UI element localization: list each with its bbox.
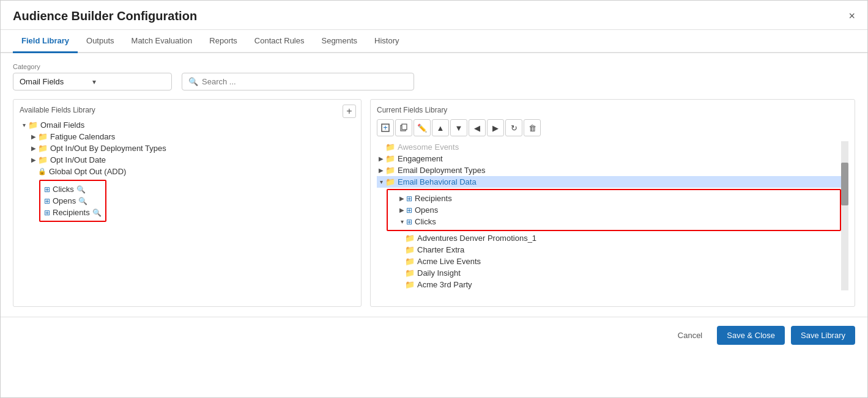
tab-history[interactable]: History bbox=[366, 30, 407, 53]
tree-label: Opt In/Out Date bbox=[50, 155, 106, 164]
category-label: Category bbox=[13, 63, 172, 70]
category-value: Omail Fields bbox=[20, 77, 92, 86]
tab-bar: Field Library Outputs Match Evaluation R… bbox=[1, 30, 867, 53]
tree-item-global-opt[interactable]: 🔒 Global Opt Out (ADD) bbox=[20, 166, 355, 177]
toolbar-right-button[interactable]: ▶ bbox=[487, 119, 504, 136]
right-panel: Current Fields Library + ✏️ ▲ ▼ ◀ ▶ ↻ 🗑 bbox=[370, 99, 855, 307]
scrollbar-track[interactable] bbox=[841, 141, 848, 290]
close-button[interactable]: × bbox=[848, 10, 855, 23]
tree-label: Acme Live Events bbox=[417, 257, 481, 266]
chevron-down-icon: ▾ bbox=[92, 78, 165, 86]
folder-icon: 📁 bbox=[405, 268, 415, 278]
search-icon[interactable]: 🔍 bbox=[92, 208, 102, 217]
search-icon: 🔍 bbox=[188, 77, 198, 86]
chevron-right-icon: ▶ bbox=[29, 145, 38, 152]
tree-label: Opt In/Out By Deployment Types bbox=[50, 144, 166, 153]
tree-item-acme-3rd[interactable]: 📁 Acme 3rd Party bbox=[377, 279, 841, 290]
toolbar-delete-button[interactable]: 🗑 bbox=[524, 119, 541, 136]
tree-item-clicks-right[interactable]: ▾ ⊞ Clicks bbox=[388, 216, 837, 227]
chevron-right-icon: ▶ bbox=[377, 167, 385, 174]
tree-label: Recipients bbox=[415, 194, 452, 203]
tree-item-acme-live[interactable]: 📁 Acme Live Events bbox=[377, 256, 841, 267]
tree-item-adventures-denver[interactable]: 📁 Adventures Denver Promotions_1 bbox=[377, 232, 841, 244]
right-tree: 📁 Awesome Events ▶ 📁 Engagement ▶ bbox=[377, 141, 848, 290]
table-icon: ⊞ bbox=[44, 208, 50, 217]
tree-item-engagement[interactable]: ▶ 📁 Engagement bbox=[377, 153, 841, 164]
tree-item-recipients[interactable]: ⊞ Recipients 🔍 bbox=[44, 207, 102, 218]
tab-reports[interactable]: Reports bbox=[201, 30, 246, 53]
tree-label: Awesome Events bbox=[398, 142, 459, 152]
tree-label: Daily Insight bbox=[417, 268, 461, 278]
tree-item-omail-fields[interactable]: ▾ 📁 Omail Fields bbox=[20, 119, 355, 131]
tree-label: Clicks bbox=[53, 185, 74, 194]
tree-item-email-deployment[interactable]: ▶ 📁 Email Deployment Types bbox=[377, 164, 841, 176]
search-icon[interactable]: 🔍 bbox=[78, 197, 87, 205]
tree-label: Acme 3rd Party bbox=[417, 280, 472, 289]
tab-match-evaluation[interactable]: Match Evaluation bbox=[123, 30, 201, 53]
tree-item-clicks[interactable]: ⊞ Clicks 🔍 bbox=[44, 183, 102, 195]
content-area: Category Omail Fields ▾ 🔍 Available Fiel… bbox=[1, 53, 867, 317]
folder-icon: 📁 bbox=[38, 132, 48, 141]
folder-icon: 📁 bbox=[38, 155, 48, 164]
tree-label: Opens bbox=[53, 196, 76, 205]
scrollbar-thumb[interactable] bbox=[841, 163, 848, 205]
left-panel: Available Fields Library + ▾ 📁 Omail Fie… bbox=[13, 99, 362, 307]
tree-label: Omail Fields bbox=[40, 120, 84, 130]
folder-icon: 📁 bbox=[385, 177, 395, 186]
right-panel-toolbar: + ✏️ ▲ ▼ ◀ ▶ ↻ 🗑 bbox=[377, 119, 848, 136]
modal-title: Audience Builder Configuration bbox=[13, 9, 197, 23]
toolbar-down-button[interactable]: ▼ bbox=[450, 119, 467, 136]
tree-item-email-behavioral[interactable]: ▾ 📁 Email Behavioral Data bbox=[377, 176, 841, 188]
folder-icon: 📁 bbox=[385, 166, 395, 175]
tab-outputs[interactable]: Outputs bbox=[78, 30, 123, 53]
tree-label: Email Behavioral Data bbox=[398, 177, 477, 186]
tree-label: Recipients bbox=[53, 208, 90, 217]
tree-item-opens-right[interactable]: ▶ ⊞ Opens bbox=[388, 204, 837, 216]
tree-label: Clicks bbox=[415, 217, 436, 226]
add-field-button[interactable]: + bbox=[343, 105, 356, 118]
chevron-down-icon: ▾ bbox=[398, 218, 406, 225]
toolbar-copy-button[interactable] bbox=[395, 119, 412, 136]
table-icon: ⊞ bbox=[406, 194, 412, 203]
tree-item-opens[interactable]: ⊞ Opens 🔍 bbox=[44, 195, 102, 207]
tab-contact-rules[interactable]: Contact Rules bbox=[246, 30, 313, 53]
modal-container: Audience Builder Configuration × Field L… bbox=[0, 0, 868, 398]
tree-label: Email Deployment Types bbox=[398, 166, 486, 175]
folder-icon: 📁 bbox=[38, 144, 48, 153]
toolbar-left-button[interactable]: ◀ bbox=[469, 119, 486, 136]
tab-segments[interactable]: Segments bbox=[313, 30, 366, 53]
tree-item-awesome-events[interactable]: 📁 Awesome Events bbox=[377, 141, 841, 153]
search-input[interactable] bbox=[202, 77, 407, 86]
folder-icon: 📁 bbox=[385, 142, 395, 152]
tree-label: Opens bbox=[415, 205, 438, 215]
tree-item-optinout-date[interactable]: ▶ 📁 Opt In/Out Date bbox=[20, 154, 355, 166]
toolbar-up-button[interactable]: ▲ bbox=[432, 119, 449, 136]
right-panel-title: Current Fields Library bbox=[377, 106, 848, 114]
modal-footer: Cancel Save & Close Save Library bbox=[1, 317, 867, 353]
cancel-button[interactable]: Cancel bbox=[669, 326, 711, 345]
table-icon: ⊞ bbox=[44, 197, 50, 205]
svg-text:+: + bbox=[383, 123, 388, 132]
chevron-right-icon: ▶ bbox=[29, 133, 38, 140]
tab-field-library[interactable]: Field Library bbox=[13, 30, 78, 53]
chevron-right-icon: ▶ bbox=[377, 155, 385, 162]
tree-item-charter-extra[interactable]: 📁 Charter Extra bbox=[377, 244, 841, 256]
toolbar-add-button[interactable]: + bbox=[377, 119, 394, 136]
table-icon: ⊞ bbox=[44, 185, 50, 194]
category-dropdown[interactable]: Omail Fields ▾ bbox=[13, 73, 172, 90]
tree-item-daily-insight[interactable]: 📁 Daily Insight bbox=[377, 267, 841, 279]
search-icon[interactable]: 🔍 bbox=[76, 185, 86, 194]
lock-icon: 🔒 bbox=[38, 168, 46, 175]
save-library-button[interactable]: Save Library bbox=[791, 326, 855, 345]
svg-rect-3 bbox=[402, 124, 407, 130]
tree-item-recipients-right[interactable]: ▶ ⊞ Recipients bbox=[388, 193, 837, 204]
tree-label: Global Opt Out (ADD) bbox=[49, 167, 126, 176]
tree-item-optinout-deployment[interactable]: ▶ 📁 Opt In/Out By Deployment Types bbox=[20, 142, 355, 154]
save-close-button[interactable]: Save & Close bbox=[717, 326, 785, 345]
toolbar-refresh-button[interactable]: ↻ bbox=[505, 119, 522, 136]
toolbar-edit-button[interactable]: ✏️ bbox=[414, 119, 431, 136]
tree-item-fatigue[interactable]: ▶ 📁 Fatigue Calendars bbox=[20, 131, 355, 142]
right-tree-container: 📁 Awesome Events ▶ 📁 Engagement ▶ bbox=[377, 141, 848, 290]
tree-label: Engagement bbox=[398, 154, 443, 163]
chevron-right-icon: ▶ bbox=[398, 207, 406, 213]
